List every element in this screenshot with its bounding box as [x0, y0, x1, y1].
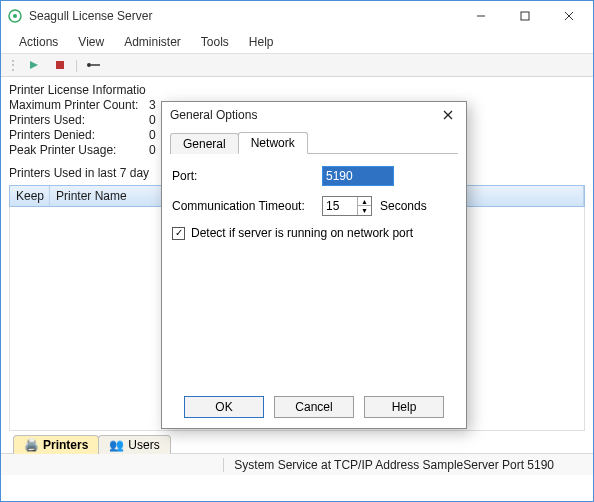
detect-checkbox-row[interactable]: ✓ Detect if server is running on network…	[172, 226, 456, 240]
dialog-close-button[interactable]	[438, 105, 458, 125]
peak-usage-label: Peak Printer Usage:	[9, 143, 149, 158]
info-header: Printer License Informatio	[9, 83, 585, 98]
dialog-title: General Options	[170, 108, 438, 122]
port-label: Port:	[172, 169, 322, 183]
menu-view[interactable]: View	[70, 33, 112, 51]
users-icon: 👥	[109, 438, 124, 452]
toolbar: ⋮ |	[1, 53, 593, 77]
svg-point-8	[87, 63, 91, 67]
svg-marker-6	[30, 61, 38, 69]
printers-used-label: Printers Used:	[9, 113, 149, 128]
status-text: System Service at TCP/IP Address SampleS…	[223, 458, 564, 472]
max-count-label: Maximum Printer Count:	[9, 98, 149, 113]
svg-rect-7	[56, 61, 64, 69]
minimize-button[interactable]	[459, 1, 503, 31]
svg-rect-3	[521, 12, 529, 20]
spinner-down-icon[interactable]: ▼	[358, 206, 371, 215]
dialog-titlebar: General Options	[162, 102, 466, 128]
dialog-tabs: General Network	[170, 132, 458, 154]
timeout-label: Communication Timeout:	[172, 199, 322, 213]
timeout-spinner[interactable]: 15 ▲ ▼	[322, 196, 372, 216]
port-input[interactable]: 5190	[322, 166, 394, 186]
window-title: Seagull License Server	[29, 9, 152, 23]
bottom-tabs: 🖨️ Printers 👥 Users	[9, 431, 585, 453]
statusbar: System Service at TCP/IP Address SampleS…	[1, 453, 593, 475]
connect-button[interactable]	[82, 55, 104, 75]
tab-printers-label: Printers	[43, 438, 88, 452]
spinner-up-icon[interactable]: ▲	[358, 197, 371, 206]
detect-checkbox[interactable]: ✓	[172, 227, 185, 240]
menu-tools[interactable]: Tools	[193, 33, 237, 51]
network-panel: Port: 5190 Communication Timeout: 15 ▲ ▼…	[170, 154, 458, 242]
tab-network[interactable]: Network	[238, 132, 308, 154]
play-button[interactable]	[23, 55, 45, 75]
timeout-value: 15	[323, 199, 357, 213]
help-button[interactable]: Help	[364, 396, 444, 418]
general-options-dialog: General Options General Network Port: 51…	[161, 101, 467, 429]
menu-administer[interactable]: Administer	[116, 33, 189, 51]
svg-point-1	[13, 14, 17, 18]
col-keep[interactable]: Keep	[10, 186, 50, 206]
ok-button[interactable]: OK	[184, 396, 264, 418]
stop-button[interactable]	[49, 55, 71, 75]
tab-users[interactable]: 👥 Users	[98, 435, 170, 454]
cancel-button[interactable]: Cancel	[274, 396, 354, 418]
tab-users-label: Users	[128, 438, 159, 452]
menu-help[interactable]: Help	[241, 33, 282, 51]
app-icon	[7, 8, 23, 24]
timeout-unit: Seconds	[380, 199, 427, 213]
tab-printers[interactable]: 🖨️ Printers	[13, 435, 99, 454]
close-button[interactable]	[547, 1, 591, 31]
printer-icon: 🖨️	[24, 438, 39, 452]
printers-denied-label: Printers Denied:	[9, 128, 149, 143]
maximize-button[interactable]	[503, 1, 547, 31]
detect-label: Detect if server is running on network p…	[191, 226, 413, 240]
dialog-buttons: OK Cancel Help	[162, 388, 466, 428]
titlebar: Seagull License Server	[1, 1, 593, 31]
menu-actions[interactable]: Actions	[11, 33, 66, 51]
tab-general[interactable]: General	[170, 133, 239, 154]
menubar: Actions View Administer Tools Help	[1, 31, 593, 53]
